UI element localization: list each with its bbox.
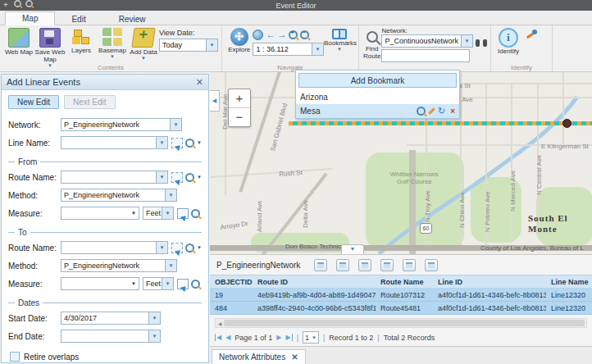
chevron-down-icon[interactable]: ▼ <box>461 35 472 47</box>
chevron-down-icon[interactable]: ▼ <box>131 281 139 286</box>
tab-network-attributes[interactable]: Network Attributes ✕ <box>212 349 306 364</box>
map-zoom-in-button[interactable]: + <box>229 89 250 107</box>
chevron-down-icon[interactable]: ▼ <box>156 137 167 148</box>
add-bookmark-button[interactable]: Add Bookmark <box>298 73 457 88</box>
zoom-to-icon[interactable] <box>185 139 194 148</box>
to-measure-input[interactable]: ▼ <box>61 277 139 290</box>
tab-review[interactable]: Review <box>102 13 162 25</box>
chevron-down-icon[interactable]: ▼ <box>197 140 202 145</box>
options-icon[interactable] <box>314 259 327 271</box>
new-edit-button[interactable]: New Edit <box>8 95 59 109</box>
select-on-map-icon[interactable] <box>171 138 183 148</box>
add-to-selection-icon[interactable] <box>403 259 416 271</box>
chevron-down-icon[interactable]: ▼ <box>197 175 202 180</box>
next-edit-button[interactable]: Next Edit <box>64 95 116 109</box>
chevron-down-icon[interactable]: ▼ <box>206 39 217 51</box>
from-method-select[interactable]: P_EngineeringNetwork ▼ <box>61 189 177 202</box>
zoom-to-icon[interactable] <box>185 243 194 253</box>
chevron-down-icon[interactable]: ▼ <box>148 330 160 342</box>
add-data-button[interactable]: Add Data ▼ <box>128 27 159 60</box>
zoom-to-bookmark-icon[interactable] <box>417 107 426 116</box>
delete-bookmark-icon[interactable]: × <box>450 107 455 116</box>
save-web-map-button[interactable]: Save Web Map ▼ <box>34 27 66 67</box>
to-method-select[interactable]: P_EngineeringNetwork ▼ <box>61 259 177 272</box>
chevron-down-icon[interactable]: ▼ <box>156 242 167 253</box>
sort-icon[interactable] <box>425 259 438 271</box>
close-icon[interactable]: ✕ <box>291 353 298 362</box>
next-extent-icon[interactable]: → <box>277 30 286 39</box>
zoom-to-icon[interactable] <box>191 280 200 289</box>
map-zoom-out-button[interactable]: − <box>229 107 250 126</box>
col-route-name[interactable]: Route Name <box>376 278 433 286</box>
network-select[interactable]: P_ContinuousNetwork ▼ <box>381 34 473 48</box>
view-date-select[interactable]: Today ▼ <box>159 39 218 52</box>
chevron-down-icon[interactable]: ▼ <box>165 189 176 201</box>
bookmarks-button[interactable]: Bookmarks ▼ <box>324 27 355 51</box>
zoom-to-selection-icon[interactable] <box>358 259 371 271</box>
pick-measure-icon[interactable] <box>177 208 189 219</box>
chevron-down-icon[interactable]: ▼ <box>170 119 181 130</box>
chevron-down-icon[interactable]: ▼ <box>197 245 202 250</box>
chevron-down-icon[interactable]: ▼ <box>148 312 160 324</box>
edit-bookmark-icon[interactable] <box>428 107 435 114</box>
show-selected-records-icon[interactable] <box>336 259 349 271</box>
from-route-name-select[interactable]: ▼ <box>61 171 168 184</box>
to-unit-select[interactable]: Feet ▼ <box>143 277 174 290</box>
collapse-bottom-arrow[interactable]: ▼ <box>341 244 364 254</box>
zoom-in-icon[interactable]: + <box>289 30 298 39</box>
tab-map[interactable]: Map <box>5 11 55 25</box>
zoom-to-icon[interactable] <box>191 209 200 218</box>
chevron-down-icon[interactable]: ▼ <box>162 278 173 289</box>
binoculars-icon[interactable] <box>476 39 487 47</box>
identify-route-tool-icon[interactable] <box>526 30 537 41</box>
route-input[interactable] <box>381 49 470 62</box>
bookmark-item-mesa[interactable]: Mesa ↻ × <box>296 104 459 118</box>
chevron-down-icon[interactable]: ▼ <box>156 171 167 183</box>
col-route-id[interactable]: Route ID <box>253 278 376 286</box>
from-unit-select[interactable]: Feet ▼ <box>143 207 174 220</box>
to-route-name-select[interactable]: ▼ <box>61 241 168 254</box>
web-map-button[interactable]: Web Map <box>3 27 34 57</box>
line-name-select[interactable]: ▼ <box>61 136 168 149</box>
retire-overlaps-checkbox[interactable] <box>10 352 20 362</box>
scale-select[interactable]: 1 : 36.112 ▼ <box>253 43 324 56</box>
page-size-select[interactable]: 1 ▼ <box>303 331 319 344</box>
table-row[interactable]: 484a398ff4c-2940-4c00-96b6-c5343f8f1711R… <box>210 302 592 315</box>
from-measure-input[interactable]: ▼ <box>61 207 139 220</box>
network-field-select[interactable]: P_EngineeringNetwork ▼ <box>61 118 182 131</box>
chevron-down-icon[interactable]: ▼ <box>312 43 323 55</box>
table-row[interactable]: 194eb9419b-af9b-4d04-ab89-1d490476802bRo… <box>210 289 592 302</box>
chevron-down-icon[interactable]: ▼ <box>165 260 176 271</box>
scrollbar-thumb[interactable] <box>224 320 585 326</box>
zoom-out-icon[interactable]: − <box>300 30 309 39</box>
previous-page-icon[interactable]: ◀ <box>225 334 230 341</box>
close-icon[interactable]: ✕ <box>196 77 203 88</box>
route-feature-line[interactable] <box>289 121 592 125</box>
pick-measure-icon[interactable] <box>177 279 189 289</box>
tab-edit[interactable]: Edit <box>55 13 102 25</box>
first-page-icon[interactable]: ◀ <box>215 334 221 341</box>
select-on-map-icon[interactable] <box>171 172 183 183</box>
scroll-left-icon[interactable]: ◀ <box>216 321 224 326</box>
chevron-down-icon[interactable]: ▼ <box>131 211 139 216</box>
horizontal-scrollbar[interactable]: ◀ <box>215 318 587 328</box>
bookmark-item-arizona[interactable]: Arizona <box>296 90 459 104</box>
end-date-select[interactable]: ▼ <box>61 330 161 343</box>
globe-icon[interactable] <box>253 30 263 40</box>
col-objectid[interactable]: OBJECTID <box>210 278 253 286</box>
refresh-bookmark-icon[interactable]: ↻ <box>438 107 445 116</box>
find-route-button[interactable]: Find Route <box>362 27 381 61</box>
select-on-map-icon[interactable] <box>171 243 183 253</box>
zoom-to-icon[interactable] <box>185 173 194 182</box>
layers-button[interactable]: Layers <box>66 27 97 55</box>
next-page-icon[interactable]: ▶ <box>276 334 281 341</box>
chevron-down-icon[interactable]: ▼ <box>162 207 173 219</box>
identify-button[interactable]: i Identify <box>494 27 522 56</box>
last-page-icon[interactable]: ▶ <box>286 334 293 341</box>
explore-button[interactable]: ✣ Explore <box>225 27 253 54</box>
start-date-select[interactable]: 4/30/2017 ▼ <box>61 312 161 325</box>
collapse-left-arrow[interactable]: ◀ <box>210 90 220 111</box>
basemap-button[interactable]: Basemap ▼ <box>97 27 128 58</box>
col-line-id[interactable]: Line ID <box>433 278 546 286</box>
previous-extent-icon[interactable]: ← <box>266 30 275 39</box>
